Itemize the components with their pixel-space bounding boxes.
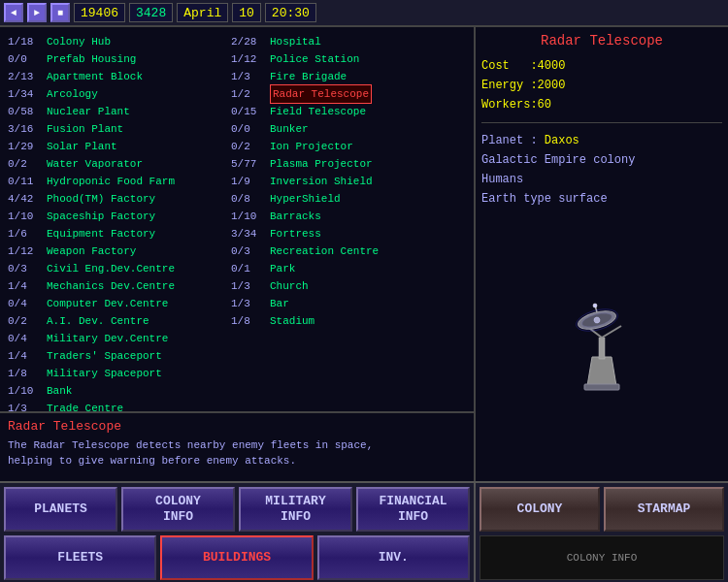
btn-stop[interactable]: ■	[50, 3, 70, 22]
list-item[interactable]: 0/11Hydroponic Food Farm	[8, 173, 223, 190]
military-info-button[interactable]: MILITARY INFO	[239, 487, 352, 532]
colony-type: Galactic Empire colony	[481, 150, 722, 170]
buildings-col2: 2/28Hospital1/12Police Station1/3Fire Br…	[227, 33, 460, 475]
svg-point-8	[593, 304, 597, 307]
list-item[interactable]: 1/8Stadium	[231, 312, 456, 330]
svg-rect-1	[599, 338, 605, 359]
divider1	[481, 122, 722, 123]
buildings-button[interactable]: BUILDINGS	[160, 535, 313, 580]
cost-info: Cost :4000	[481, 56, 722, 76]
energy-info: Energy :2000	[481, 76, 722, 95]
btn-prev[interactable]: ◄	[4, 3, 23, 22]
list-item[interactable]: 1/12Police Station	[231, 50, 456, 68]
list-item[interactable]: 1/4Traders' Spaceport	[8, 347, 223, 365]
list-item[interactable]: 3/16Fusion Plant	[8, 120, 223, 138]
right-bottom-row: COLONY INFO	[480, 535, 724, 580]
colony-info-button[interactable]: COLONY INFO	[121, 487, 235, 532]
btn-next[interactable]: ►	[27, 3, 47, 22]
list-item[interactable]: 5/77Plasma Projector	[231, 155, 456, 173]
planet-info: Planet : Daxos	[481, 131, 722, 150]
list-item[interactable]: 2/28Hospital	[231, 33, 456, 50]
right-top-row: COLONY STARMAP	[480, 487, 724, 532]
list-item[interactable]: 1/34Arcology	[8, 85, 223, 103]
starmap-button[interactable]: STARMAP	[604, 487, 724, 532]
list-item[interactable]: 1/18Colony Hub	[8, 33, 223, 50]
list-item[interactable]: 0/0Bunker	[231, 120, 456, 138]
list-item[interactable]: 0/0Prefab Housing	[8, 50, 223, 68]
list-item[interactable]: 1/29Solar Plant	[8, 138, 223, 155]
list-item[interactable]: 1/4Mechanics Dev.Centre	[8, 277, 223, 295]
desc-text-line1: The Radar Telescope detects nearby enemy…	[8, 437, 466, 453]
fleets-button[interactable]: FLEETS	[4, 535, 156, 580]
list-item[interactable]: 0/2A.I. Dev. Centre	[8, 312, 223, 330]
list-item[interactable]: 0/1Park	[231, 260, 456, 277]
right-panel: Radar Telescope Cost :4000 Energy :2000 …	[476, 27, 728, 481]
list-item[interactable]: 3/34Fortress	[231, 225, 456, 242]
time-display: 20:30	[265, 3, 316, 22]
topbar: ◄ ► ■ 19406 3428 April 10 20:30	[0, 0, 728, 27]
list-item[interactable]: 0/15Field Telescope	[231, 103, 456, 120]
right-btns: COLONY STARMAP COLONY INFO	[476, 483, 728, 582]
list-item[interactable]: 0/3Recreation Centre	[231, 242, 456, 260]
top-btn-row: PLANETS COLONY INFO MILITARY INFO FINANC…	[4, 487, 470, 532]
list-item[interactable]: 0/4Computer Dev.Centre	[8, 295, 223, 312]
list-item[interactable]: 2/13Apartment Block	[8, 68, 223, 85]
surface: Earth type surface	[481, 189, 722, 209]
list-item[interactable]: 0/3Civil Eng.Dev.Centre	[8, 260, 223, 277]
list-item[interactable]: 1/10Barracks	[231, 208, 456, 225]
list-item[interactable]: 1/10Bank	[8, 382, 223, 400]
list-item[interactable]: 1/12Weapon Factory	[8, 242, 223, 260]
list-item[interactable]: 1/3Bar	[231, 295, 456, 312]
colony-button[interactable]: COLONY	[480, 487, 600, 532]
buildings-col1: 1/18Colony Hub0/0Prefab Housing2/13Apart…	[4, 33, 227, 475]
building-image	[481, 218, 722, 475]
list-item[interactable]: 1/9Inversion Shield	[231, 173, 456, 190]
right-panel-title: Radar Telescope	[481, 33, 722, 48]
left-btns: PLANETS COLONY INFO MILITARY INFO FINANC…	[0, 483, 476, 582]
inv-button[interactable]: INV.	[317, 535, 470, 580]
svg-rect-9	[584, 384, 619, 390]
day-display: 10	[232, 3, 261, 22]
desc-area: Radar Telescope The Radar Telescope dete…	[0, 411, 476, 481]
list-item[interactable]: 1/3Church	[231, 277, 456, 295]
value2-display: 3428	[129, 3, 173, 22]
workers-info: Workers:60	[481, 95, 722, 114]
desc-text-line2: helping to give warning before enemy att…	[8, 453, 466, 469]
bottom-btn-row: FLEETS BUILDINGS INV.	[4, 535, 470, 580]
desc-title: Radar Telescope	[8, 419, 466, 434]
list-item[interactable]: 0/2Ion Projector	[231, 138, 456, 155]
list-item[interactable]: 1/2Radar Telescope	[231, 85, 456, 103]
bottom-right-filler: COLONY INFO	[480, 535, 724, 580]
value1-display: 19406	[74, 3, 125, 22]
radar-telescope-svg	[544, 299, 660, 396]
race: Humans	[481, 170, 722, 189]
list-item[interactable]: 0/8HyperShield	[231, 190, 456, 208]
list-item[interactable]: 0/4Military Dev.Centre	[8, 330, 223, 347]
month-display: April	[177, 3, 228, 22]
list-item[interactable]: 0/58Nuclear Plant	[8, 103, 223, 120]
button-bar: PLANETS COLONY INFO MILITARY INFO FINANC…	[0, 481, 728, 582]
list-item[interactable]: 1/10Spaceship Factory	[8, 208, 223, 225]
svg-marker-0	[587, 357, 616, 386]
list-item[interactable]: 0/2Water Vaporator	[8, 155, 223, 173]
list-item[interactable]: 1/3Fire Brigade	[231, 68, 456, 85]
btn-rows: PLANETS COLONY INFO MILITARY INFO FINANC…	[0, 483, 728, 582]
financial-info-button[interactable]: FINANCIAL INFO	[356, 487, 470, 532]
list-item[interactable]: 1/8Military Spaceport	[8, 365, 223, 382]
list-item[interactable]: 4/42Phood(TM) Factory	[8, 190, 223, 208]
list-item[interactable]: 1/6Equipment Factory	[8, 225, 223, 242]
planets-button[interactable]: PLANETS	[4, 487, 117, 532]
